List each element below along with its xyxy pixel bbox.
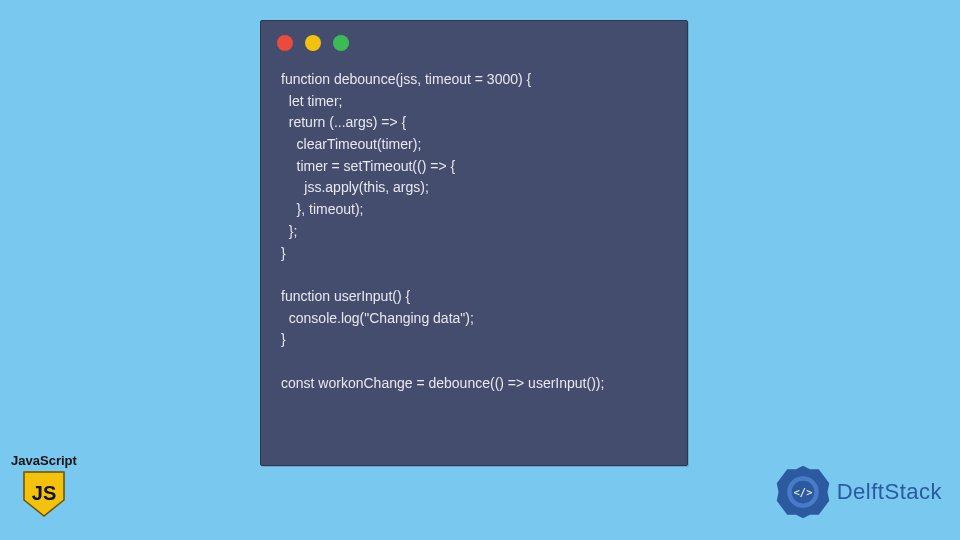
minimize-icon <box>305 35 321 51</box>
delftstack-brand-text: DelftStack <box>837 479 942 505</box>
delftstack-gear-icon: </> <box>775 464 831 520</box>
delftstack-icon-text: </> <box>793 486 812 498</box>
javascript-label: JavaScript <box>8 453 80 468</box>
window-traffic-lights <box>261 21 687 61</box>
javascript-badge: JavaScript JS <box>8 453 80 522</box>
code-window: function debounce(jss, timeout = 3000) {… <box>260 20 688 466</box>
javascript-shield-icon: JS <box>20 470 68 518</box>
code-block: function debounce(jss, timeout = 3000) {… <box>261 61 687 414</box>
maximize-icon <box>333 35 349 51</box>
delftstack-watermark: </> DelftStack <box>775 464 942 520</box>
js-logo-text: JS <box>32 482 56 504</box>
close-icon <box>277 35 293 51</box>
